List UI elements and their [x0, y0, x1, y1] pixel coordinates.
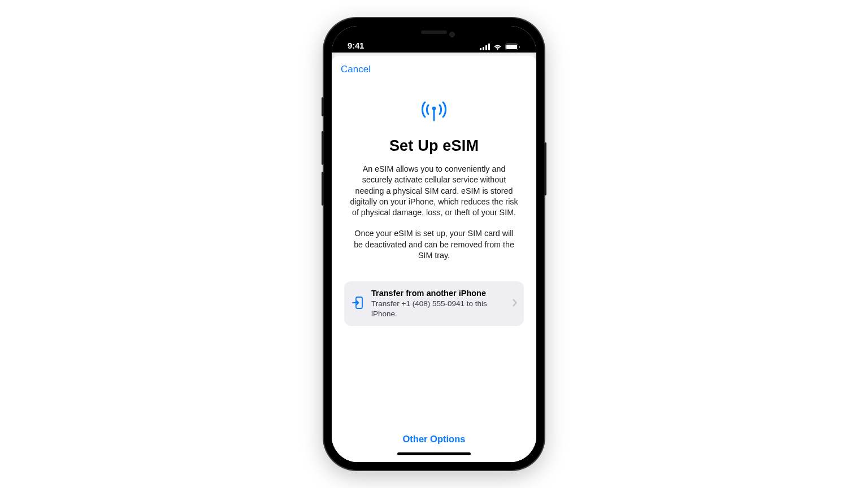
svg-rect-5 — [506, 45, 517, 49]
status-icons — [480, 43, 520, 50]
speaker-grille — [421, 30, 447, 34]
chevron-right-icon — [513, 299, 517, 309]
other-options-button[interactable]: Other Options — [403, 425, 466, 449]
page-title: Set Up eSIM — [389, 137, 479, 155]
front-camera — [449, 32, 455, 37]
notch — [392, 26, 476, 43]
transfer-from-iphone-button[interactable]: Transfer from another iPhone Transfer +1… — [344, 281, 524, 326]
footer: Other Options — [332, 425, 536, 462]
transfer-card-subtitle: Transfer +1 (408) 555-0941 to this iPhon… — [371, 299, 505, 319]
svg-rect-1 — [483, 47, 484, 50]
nav-bar: Cancel — [332, 56, 536, 79]
screen: 9:41 — [332, 26, 536, 462]
transfer-in-icon — [352, 296, 363, 312]
side-button — [544, 142, 546, 195]
antenna-signal-icon — [419, 100, 449, 125]
cancel-button[interactable]: Cancel — [341, 64, 371, 75]
modal-sheet: Cancel Set Up eSIM An — [332, 56, 536, 462]
volume-up-button — [322, 131, 324, 165]
transfer-card-title: Transfer from another iPhone — [371, 289, 505, 298]
page-description-2: Once your eSIM is set up, your SIM card … — [349, 228, 519, 261]
home-indicator[interactable] — [397, 452, 471, 455]
transfer-card-text: Transfer from another iPhone Transfer +1… — [371, 289, 505, 319]
battery-icon — [505, 43, 520, 50]
mute-switch — [322, 97, 324, 116]
wifi-icon — [493, 43, 502, 50]
volume-down-button — [322, 172, 324, 206]
status-time: 9:41 — [348, 41, 364, 50]
svg-rect-6 — [519, 46, 520, 48]
page-description-1: An eSIM allows you to conveniently and s… — [349, 164, 519, 218]
content: Set Up eSIM An eSIM allows you to conven… — [332, 79, 536, 425]
svg-rect-2 — [485, 45, 487, 50]
svg-rect-0 — [480, 48, 481, 50]
svg-rect-3 — [488, 43, 490, 50]
sheet-backdrop: Cancel Set Up eSIM An — [332, 53, 536, 462]
cellular-signal-icon — [480, 43, 490, 50]
phone-frame: 9:41 — [324, 18, 544, 470]
